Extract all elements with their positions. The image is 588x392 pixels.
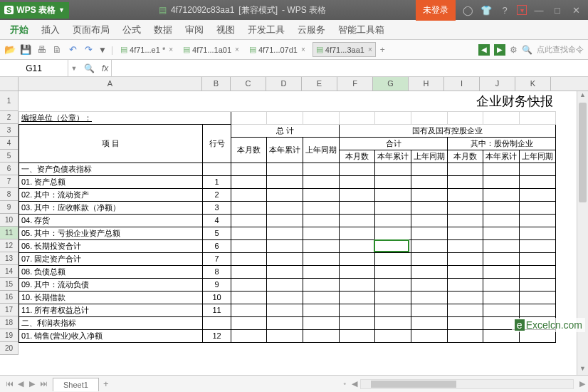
col-E[interactable]: E — [302, 77, 337, 91]
tab-nav-left[interactable]: ◀ — [478, 44, 490, 56]
add-sheet-button[interactable]: + — [99, 378, 113, 389]
scroll-down-arrow[interactable]: ▼ — [577, 365, 588, 375]
sheet-nav-last[interactable]: ⏭ — [38, 379, 48, 388]
sheet-nav-next[interactable]: ▶ — [27, 379, 37, 388]
undo-icon[interactable]: ↶ — [67, 44, 78, 56]
col-D[interactable]: D — [266, 77, 302, 91]
file-name: 4f712092c83aa1 — [171, 5, 234, 15]
col-I[interactable]: I — [444, 77, 480, 91]
col-J[interactable]: J — [480, 77, 515, 91]
row-11[interactable]: 11 — [0, 227, 19, 239]
alert-icon[interactable]: ▾ — [517, 5, 527, 15]
save-icon[interactable]: 💾 — [20, 44, 31, 56]
scroll-up-arrow[interactable]: ▲ — [577, 91, 588, 101]
scroll-thumb[interactable] — [579, 103, 587, 202]
sheet-nav-prev[interactable]: ◀ — [16, 379, 26, 388]
hscroll-left[interactable]: ◀ — [349, 379, 360, 388]
col-F[interactable]: F — [337, 77, 373, 91]
close-icon[interactable]: × — [169, 46, 173, 53]
qat-more[interactable]: ▼ — [98, 45, 107, 55]
redo-icon[interactable]: ↷ — [83, 44, 94, 56]
vertical-scrollbar[interactable]: ▲ ▼ — [577, 91, 588, 375]
ribbon-tab-start[interactable]: 开始 — [10, 24, 28, 36]
col-G[interactable]: G — [373, 77, 409, 91]
sheet-cells[interactable]: 企业财务快报 编报单位（公章）： 项 目 行号 总 计 国有及国有控股企业 — [19, 91, 556, 355]
col-K[interactable]: K — [515, 77, 551, 91]
row-3[interactable]: 3 — [0, 124, 19, 137]
ribbon-tab-insert[interactable]: 插入 — [41, 24, 60, 36]
col-ytd: 本年累计 — [267, 137, 303, 163]
close-icon[interactable]: × — [368, 46, 372, 53]
col-A[interactable]: A — [19, 77, 202, 91]
title-bar: S WPS 表格 ▼ ▤ 4f712092c83aa1 [兼容模式] - WPS… — [0, 0, 588, 20]
row-10[interactable]: 10 — [0, 214, 19, 227]
row-13[interactable]: 13 — [0, 252, 19, 265]
row-5[interactable]: 5 — [0, 150, 19, 163]
row-9[interactable]: 9 — [0, 201, 19, 214]
col-C[interactable]: C — [231, 77, 266, 91]
minimize-button[interactable]: — — [532, 5, 545, 16]
ribbon-tab-dev[interactable]: 开发工具 — [248, 24, 285, 36]
row-17[interactable]: 17 — [0, 304, 19, 316]
formula-input[interactable] — [111, 60, 588, 76]
fx-search-icon[interactable]: 🔍 — [84, 63, 95, 73]
horizontal-scrollbar[interactable] — [360, 379, 574, 389]
ribbon-tab-formula[interactable]: 公式 — [122, 24, 141, 36]
ribbon-tab-cloud[interactable]: 云服务 — [298, 24, 325, 36]
sync-icon[interactable]: ◯ — [461, 5, 474, 16]
row-7[interactable]: 7 — [0, 175, 19, 188]
app-logo: S WPS 表格 ▼ — [0, 2, 69, 19]
command-search[interactable]: 点此查找命令 — [537, 44, 584, 55]
header-item: 项 目 — [19, 124, 203, 163]
row-8[interactable]: 8 — [0, 188, 19, 201]
ribbon-tab-smart[interactable]: 智能工具箱 — [338, 24, 384, 36]
doc-tab-3[interactable]: ▤4f71...3aa1× — [313, 42, 376, 57]
new-tab-button[interactable]: + — [380, 45, 385, 55]
maximize-button[interactable]: □ — [551, 5, 564, 16]
close-button[interactable]: ✕ — [569, 5, 582, 16]
ribbon-tab-review[interactable]: 审阅 — [185, 24, 204, 36]
select-all-corner[interactable] — [0, 77, 19, 91]
doc-tab-1[interactable]: ▤4f71...1a01× — [180, 43, 242, 56]
row-18[interactable]: 18 — [0, 316, 19, 329]
row-19[interactable]: 19 — [0, 329, 19, 342]
name-box[interactable]: G11 — [0, 60, 68, 76]
help-icon[interactable]: ? — [498, 5, 511, 16]
search-icon[interactable]: 🔍 — [522, 45, 532, 55]
row-4[interactable]: 4 — [0, 137, 19, 150]
preview-icon[interactable]: 🗎 — [51, 44, 63, 56]
row-15[interactable]: 15 — [0, 278, 19, 291]
row-2[interactable]: 2 — [0, 111, 19, 124]
close-icon[interactable]: × — [301, 46, 305, 53]
close-icon[interactable]: × — [235, 46, 239, 53]
ribbon-tab-view[interactable]: 视图 — [216, 24, 235, 36]
fx-icon[interactable]: fx — [99, 63, 111, 73]
skin-icon[interactable]: 👕 — [480, 5, 493, 16]
row-12[interactable]: 12 — [0, 239, 19, 252]
open-icon[interactable]: 📂 — [4, 44, 16, 56]
tab-nav-right[interactable]: ▶ — [494, 44, 505, 56]
row-16[interactable]: 16 — [0, 291, 19, 304]
ribbon-tab-data[interactable]: 数据 — [154, 24, 172, 36]
sheet-nav-first[interactable]: ⏮ — [4, 379, 14, 388]
row-6[interactable]: 6 — [0, 163, 19, 175]
doc-tab-2[interactable]: ▤4f71...07d1× — [246, 43, 308, 56]
hscroll-right[interactable]: ▶ — [577, 379, 588, 388]
name-box-caret[interactable]: ▼ — [68, 65, 80, 72]
doc-tab-0[interactable]: ▤4f71...e1 *× — [117, 43, 176, 56]
settings-icon[interactable]: ⚙ — [510, 45, 518, 55]
col-this-month: 本月数 — [231, 137, 267, 163]
col-B[interactable]: B — [202, 77, 231, 91]
col-H[interactable]: H — [409, 77, 444, 91]
login-button[interactable]: 未登录 — [416, 0, 456, 21]
print-icon[interactable]: 🖶 — [36, 44, 47, 56]
ribbon-tab-layout[interactable]: 页面布局 — [73, 24, 110, 36]
data-cell[interactable]: 一、资产负债表指标 — [19, 163, 203, 175]
formula-bar: G11 ▼ 🔍 fx — [0, 60, 588, 77]
row-1[interactable]: 1 — [0, 91, 19, 111]
app-menu-caret[interactable]: ▼ — [58, 6, 65, 14]
hscroll-thumb[interactable] — [371, 381, 456, 388]
row-14[interactable]: 14 — [0, 265, 19, 278]
row-20[interactable]: 20 — [0, 342, 19, 355]
sheet-tab[interactable]: Sheet1 — [53, 378, 99, 391]
